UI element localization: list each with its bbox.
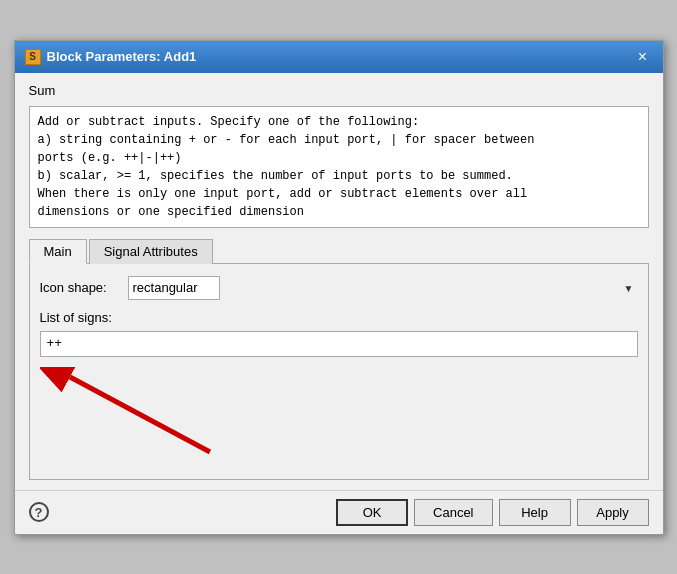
- help-button[interactable]: Help: [499, 499, 571, 526]
- tab-main[interactable]: Main: [29, 239, 87, 264]
- desc-line-1: Add or subtract inputs. Specify one of t…: [38, 113, 640, 131]
- apply-button[interactable]: Apply: [577, 499, 649, 526]
- red-arrow-svg: [40, 367, 220, 457]
- help-icon-button[interactable]: ?: [29, 502, 49, 522]
- description-box: Add or subtract inputs. Specify one of t…: [29, 106, 649, 228]
- icon-shape-label: Icon shape:: [40, 280, 120, 295]
- dialog-block-parameters: S Block Parameters: Add1 × Sum Add or su…: [14, 40, 664, 535]
- icon-shape-row: Icon shape: rectangular round ▼: [40, 276, 638, 300]
- list-of-signs-input[interactable]: [40, 331, 638, 357]
- desc-line-4: b) scalar, >= 1, specifies the number of…: [38, 167, 640, 185]
- dialog-body: Sum Add or subtract inputs. Specify one …: [15, 73, 663, 490]
- tabs-container: Main Signal Attributes: [29, 238, 649, 263]
- ok-button[interactable]: OK: [336, 499, 408, 526]
- block-icon: S: [25, 49, 41, 65]
- icon-shape-select[interactable]: rectangular round: [128, 276, 220, 300]
- desc-line-3: ports (e.g. ++|-|++): [38, 149, 640, 167]
- tab-signal-attributes[interactable]: Signal Attributes: [89, 239, 213, 264]
- icon-shape-select-wrapper: rectangular round ▼: [128, 276, 638, 300]
- close-button[interactable]: ×: [633, 47, 653, 67]
- desc-line-5: When there is only one input port, add o…: [38, 185, 640, 203]
- list-of-signs-label: List of signs:: [40, 310, 638, 325]
- svg-line-1: [70, 377, 210, 452]
- block-type-label: Sum: [29, 83, 649, 98]
- desc-line-6: dimensions or one specified dimension: [38, 203, 640, 221]
- select-arrow-icon: ▼: [624, 282, 634, 293]
- title-bar-left: S Block Parameters: Add1: [25, 49, 197, 65]
- tab-content-main: Icon shape: rectangular round ▼ List of …: [29, 263, 649, 480]
- bottom-buttons: OK Cancel Help Apply: [336, 499, 648, 526]
- title-bar: S Block Parameters: Add1 ×: [15, 41, 663, 73]
- bottom-bar: ? OK Cancel Help Apply: [15, 490, 663, 534]
- bottom-left: ?: [29, 502, 49, 522]
- cancel-button[interactable]: Cancel: [414, 499, 492, 526]
- dialog-title: Block Parameters: Add1: [47, 49, 197, 64]
- arrow-annotation: [40, 367, 638, 467]
- desc-line-2: a) string containing + or - for each inp…: [38, 131, 640, 149]
